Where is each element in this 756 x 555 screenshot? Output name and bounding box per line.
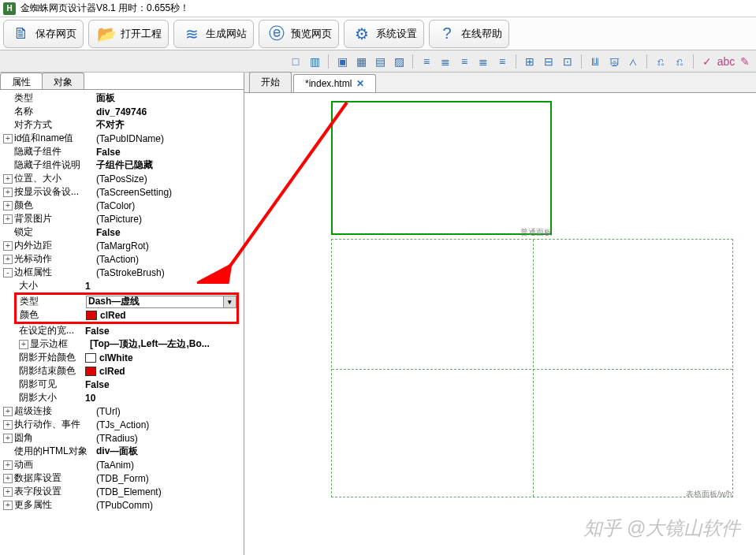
expand-icon[interactable]: +: [3, 188, 13, 197]
property-panel: 属性 对象 类型面板名称div_749746对齐方式不对齐+id值和name值(…: [0, 73, 244, 555]
mini-toolbar-button-25[interactable]: ✓: [699, 54, 715, 69]
prop-row[interactable]: +超级连接(TUrl): [0, 404, 244, 418]
mini-toolbar-button-9[interactable]: ≣: [438, 54, 453, 69]
expand-icon[interactable]: -: [3, 268, 13, 278]
mini-toolbar-button-0[interactable]: □: [288, 54, 304, 69]
close-icon[interactable]: ✕: [356, 78, 364, 89]
separator: [581, 54, 582, 69]
expand-icon[interactable]: +: [3, 501, 13, 510]
prop-name: 隐藏子组件说明: [14, 158, 96, 172]
mini-toolbar-button-27[interactable]: ✎: [737, 54, 753, 69]
prop-row[interactable]: +内外边距(TaMargRot): [0, 239, 244, 252]
mini-toolbar-button-10[interactable]: ≡: [456, 54, 472, 69]
toolbar-button-5[interactable]: ?在线帮助: [429, 20, 509, 48]
prop-row[interactable]: +背景图片(TaPicture): [0, 212, 244, 225]
mini-toolbar-button-8[interactable]: ≡: [419, 54, 434, 69]
expand-icon[interactable]: +: [19, 340, 28, 349]
prop-row[interactable]: +颜色(TaColor): [0, 199, 244, 212]
prop-row[interactable]: +更多属性(TPubComm): [0, 498, 244, 512]
prop-row[interactable]: 隐藏子组件说明子组件已隐藏: [0, 158, 244, 172]
prop-show-border[interactable]: + 显示边框 [Top—顶边,Left—左边,Bo...: [0, 337, 244, 351]
tab-start[interactable]: 开始: [249, 72, 292, 92]
border-type-dropdown[interactable]: ▾: [86, 296, 236, 308]
prop-row[interactable]: 对齐方式不对齐: [0, 118, 244, 132]
prop-row[interactable]: -边框属性(TaStrokeBrush): [0, 266, 244, 279]
tab-index-html[interactable]: *index.html ✕: [293, 74, 376, 92]
mini-toolbar-button-20[interactable]: ⩑: [625, 54, 641, 69]
prop-row[interactable]: +数据库设置(TDB_Form): [0, 471, 244, 485]
prop-shadow-visible[interactable]: 阴影可见 False: [0, 378, 244, 391]
toolbar-button-3[interactable]: ⓔ预览网页: [259, 20, 339, 48]
prop-shadow-size[interactable]: 阴影大小 10: [0, 391, 244, 404]
main-toolbar: 🗎保存网页📂打开工程≋生成网站ⓔ预览网页⚙系统设置?在线帮助: [0, 17, 756, 50]
expand-icon[interactable]: +: [3, 214, 13, 224]
prop-border-type[interactable]: 类型 ▾: [17, 295, 236, 308]
mini-toolbar-button-15[interactable]: ⊟: [541, 54, 557, 69]
expand-icon[interactable]: +: [3, 407, 13, 416]
mini-toolbar-button-14[interactable]: ⊞: [522, 54, 538, 69]
prop-row[interactable]: +动画(TaAnim): [0, 458, 244, 471]
mini-toolbar-button-4[interactable]: ▦: [353, 54, 369, 69]
mini-toolbar-button-6[interactable]: ▨: [391, 54, 407, 69]
expand-icon[interactable]: +: [3, 460, 13, 470]
mini-toolbar-button-18[interactable]: ⩏: [587, 54, 603, 69]
separator: [516, 54, 516, 69]
expand-icon[interactable]: +: [3, 255, 13, 264]
prop-row[interactable]: 使用的HTML对象div—面板: [0, 445, 244, 458]
prop-value: (TRadius): [96, 433, 244, 444]
mini-toolbar-button-11[interactable]: ≣: [475, 54, 491, 69]
prop-name: 类型: [14, 91, 96, 105]
toolbar-button-1[interactable]: 📂打开工程: [88, 20, 169, 48]
mini-toolbar-button-19[interactable]: ⩐: [606, 54, 622, 69]
expand-icon[interactable]: +: [3, 420, 13, 430]
toolbar-button-2[interactable]: ≋生成网站: [173, 20, 254, 48]
mini-toolbar-button-3[interactable]: ▣: [334, 54, 350, 69]
mini-toolbar-button-26[interactable]: abc: [718, 54, 734, 69]
expand-icon[interactable]: +: [3, 487, 13, 497]
prop-preset-width[interactable]: 在设定的宽... False: [0, 324, 244, 337]
mini-toolbar-button-12[interactable]: ≡: [494, 54, 510, 69]
toolbar-button-0[interactable]: 🗎保存网页: [3, 20, 84, 48]
grid-hline: [332, 369, 732, 370]
prop-shadow-start[interactable]: 阴影开始颜色 clWhite: [0, 351, 244, 364]
prop-value: (TaPubIDName): [96, 133, 244, 144]
mini-toolbar-button-23[interactable]: ⎌: [672, 54, 687, 69]
mini-toolbar-button-1[interactable]: ▥: [307, 54, 322, 69]
prop-row[interactable]: 锁定False: [0, 225, 244, 239]
prop-name: 名称: [14, 105, 96, 118]
prop-row[interactable]: +光标动作(TaAction): [0, 252, 244, 266]
border-type-input[interactable]: [87, 296, 223, 307]
expand-icon[interactable]: +: [3, 474, 13, 483]
expand-icon[interactable]: +: [3, 201, 13, 210]
prop-shadow-end[interactable]: 阴影结束颜色 clRed: [0, 364, 244, 378]
panel-label: 普通面板: [520, 227, 552, 238]
toolbar-button-4[interactable]: ⚙系统设置: [344, 20, 424, 48]
canvas-panel-selected[interactable]: [331, 101, 552, 235]
expand-icon[interactable]: +: [3, 134, 13, 143]
tab-objects[interactable]: 对象: [42, 73, 84, 89]
prop-border-size[interactable]: 大小 1: [0, 279, 244, 292]
mini-toolbar-button-22[interactable]: ⎌: [653, 54, 668, 69]
color-swatch-red-icon: [85, 367, 96, 376]
canvas-grid-panel[interactable]: [331, 239, 733, 497]
design-canvas[interactable]: 普通面板 表格面板/w/h: [244, 93, 756, 555]
prop-row[interactable]: +位置、大小(TaPosSize): [0, 172, 244, 185]
expand-icon[interactable]: +: [3, 241, 13, 251]
prop-row[interactable]: 名称div_749746: [0, 105, 244, 118]
prop-border-color[interactable]: 颜色 clRed: [17, 308, 236, 322]
prop-row[interactable]: 类型面板: [0, 91, 244, 105]
mini-toolbar-button-16[interactable]: ⊡: [560, 54, 575, 69]
dropdown-arrow-icon[interactable]: ▾: [223, 296, 236, 307]
tab-attributes[interactable]: 属性: [0, 73, 43, 89]
expand-icon[interactable]: +: [3, 174, 13, 184]
prop-row[interactable]: +执行动作、事件(TJs_Action): [0, 418, 244, 431]
prop-row[interactable]: +圆角(TRadius): [0, 431, 244, 445]
panel-tabs: 属性 对象: [0, 73, 244, 90]
prop-row[interactable]: 隐藏子组件False: [0, 145, 244, 158]
prop-row[interactable]: +按显示设备设...(TaScreenSetting): [0, 185, 244, 199]
mini-toolbar-button-5[interactable]: ▤: [372, 54, 388, 69]
prop-row[interactable]: +id值和name值(TaPubIDName): [0, 132, 244, 145]
prop-row[interactable]: +表字段设置(TDB_Element): [0, 485, 244, 498]
prop-name: 对齐方式: [14, 118, 96, 132]
expand-icon[interactable]: +: [3, 434, 13, 443]
